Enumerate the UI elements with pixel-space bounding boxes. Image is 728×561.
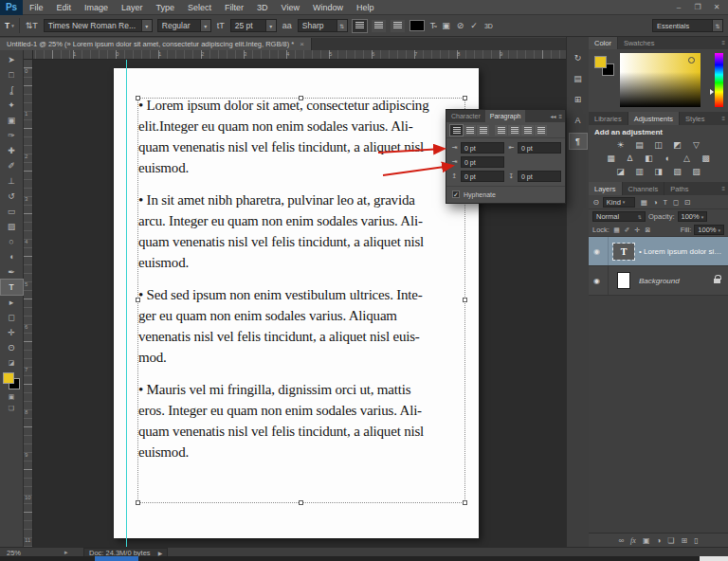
move-tool[interactable]: ➤ xyxy=(1,52,23,67)
font-size-select[interactable]: 25 pt ▾ xyxy=(230,19,277,32)
align-left-button[interactable] xyxy=(450,125,463,136)
new-layer-icon[interactable]: ⊞ xyxy=(681,536,687,545)
lock-pixels-icon[interactable]: ✐ xyxy=(623,226,631,234)
link-layers-icon[interactable]: ∞ xyxy=(618,536,624,545)
new-group-icon[interactable]: ❏ xyxy=(667,536,674,545)
background-layer-thumbnail[interactable] xyxy=(617,272,630,289)
brush-tool[interactable]: ✐ xyxy=(1,158,23,173)
collapse-panel-icon[interactable]: ◂◂ xyxy=(550,113,555,119)
layer-row-text[interactable]: ◉ T • Lorem ipsum dolor sit am... xyxy=(589,237,728,266)
gradient-tool[interactable]: ▨ xyxy=(1,219,23,234)
tool-preset-picker[interactable]: T ▾ xyxy=(5,21,14,30)
tab-libraries[interactable]: Libraries xyxy=(589,112,628,125)
status-flyout-icon[interactable]: ▸ xyxy=(64,549,68,556)
preview-panel-icon[interactable]: ▤ xyxy=(570,71,587,86)
chevron-down-icon[interactable]: ▾ xyxy=(201,19,211,32)
text-orientation-icon[interactable]: ⇅T xyxy=(25,21,39,30)
tab-color[interactable]: Color xyxy=(589,36,618,49)
toggle-panels-icon[interactable]: ▣ xyxy=(441,21,451,30)
warp-text-icon[interactable]: T̴ xyxy=(429,21,437,30)
path-selection-tool[interactable]: ▸ xyxy=(1,295,23,310)
color-lookup-icon[interactable]: ▩ xyxy=(700,153,713,164)
space-before-paragraph-input[interactable]: 0 pt xyxy=(461,171,504,182)
chevron-down-icon[interactable]: ▾ xyxy=(142,19,153,32)
workspace-switcher[interactable]: Essentials ⇅ xyxy=(652,19,723,32)
vertical-ruler[interactable]: 01234567891011 xyxy=(24,60,33,547)
selective-color-icon[interactable]: ▨ xyxy=(690,166,703,177)
levels-icon[interactable]: ▤ xyxy=(633,139,646,151)
hyphenate-checkbox[interactable]: ✓ xyxy=(452,190,460,198)
lock-position-icon[interactable]: ✛ xyxy=(633,226,642,234)
align-text-left-button[interactable] xyxy=(353,20,367,32)
tab-swatches[interactable]: Swatches xyxy=(618,36,661,49)
lasso-tool[interactable]: ʆ xyxy=(1,82,23,98)
tab-adjustments[interactable]: Adjustments xyxy=(628,112,680,125)
transform-handle[interactable] xyxy=(463,500,467,505)
blend-mode-select[interactable]: Normal ⇅ xyxy=(592,211,646,222)
align-right-button[interactable] xyxy=(477,125,489,136)
gradient-map-icon[interactable]: ▧ xyxy=(671,166,684,177)
channel-mixer-icon[interactable]: △ xyxy=(681,153,694,164)
3d-icon[interactable]: 3D xyxy=(483,23,494,29)
shape-layer-filter-icon[interactable]: ◻ xyxy=(672,198,680,207)
history-panel-icon[interactable]: ↻ xyxy=(570,50,587,65)
color-picker-ring[interactable] xyxy=(688,57,695,63)
cyan-guide-line[interactable] xyxy=(126,60,127,547)
panel-menu-icon[interactable]: ≡ xyxy=(721,182,728,195)
align-center-button[interactable] xyxy=(464,125,476,136)
delete-layer-icon[interactable]: ▯ xyxy=(694,536,698,545)
menu-window[interactable]: Window xyxy=(306,3,350,12)
saturation-brightness-field[interactable] xyxy=(620,53,701,107)
new-adjustment-layer-icon[interactable]: ◑ xyxy=(656,536,661,545)
horizontal-ruler[interactable]: 10123456789 xyxy=(33,50,566,60)
menu-layer[interactable]: Layer xyxy=(115,3,150,12)
spot-healing-brush-tool[interactable]: ✚ xyxy=(1,143,23,158)
foreground-color-swatch[interactable] xyxy=(594,56,607,68)
transform-handle[interactable] xyxy=(299,96,303,100)
invert-icon[interactable]: ◪ xyxy=(614,166,628,177)
history-brush-tool[interactable]: ↺ xyxy=(1,189,23,204)
anti-alias-select[interactable]: Sharp ⇅ xyxy=(298,19,348,32)
hue-slider[interactable] xyxy=(715,53,723,107)
transform-handle[interactable] xyxy=(299,500,303,505)
type-tool[interactable]: T xyxy=(1,280,23,295)
font-style-select[interactable]: Regular ▾ xyxy=(157,19,211,32)
menu-filter[interactable]: Filter xyxy=(218,3,250,12)
transform-handle[interactable] xyxy=(136,298,140,302)
indent-right-margin-input[interactable]: 0 pt xyxy=(518,142,561,154)
document-page[interactable]: • Lorem ipsum dolor sit amet, consectetu… xyxy=(114,68,479,538)
transform-handle[interactable] xyxy=(463,96,467,100)
exposure-icon[interactable]: ◩ xyxy=(671,139,684,151)
close-tab-icon[interactable]: × xyxy=(300,40,304,48)
chevron-updown-icon[interactable]: ⇅ xyxy=(713,19,723,32)
justify-last-left-button[interactable] xyxy=(495,125,507,136)
paragraph-panel-icon[interactable]: ¶ xyxy=(570,134,587,149)
menu-image[interactable]: Image xyxy=(78,3,115,12)
cancel-edits-icon[interactable]: ⊘ xyxy=(456,21,465,30)
tab-paths[interactable]: Paths xyxy=(664,182,694,195)
menu-edit[interactable]: Edit xyxy=(50,3,79,12)
brightness-contrast-icon[interactable]: ☀ xyxy=(614,139,628,151)
quick-mask-icon[interactable]: ▣ xyxy=(9,393,15,401)
layer-filter-select[interactable]: Kind ▾ xyxy=(603,197,635,208)
commit-edits-icon[interactable]: ✓ xyxy=(469,21,479,30)
quick-selection-tool[interactable]: ✦ xyxy=(1,98,23,113)
indent-first-line-input[interactable]: 0 pt xyxy=(461,156,504,168)
vibrance-icon[interactable]: ▽ xyxy=(690,139,703,151)
justify-last-center-button[interactable] xyxy=(508,125,520,136)
color-balance-icon[interactable]: ∆ xyxy=(624,153,637,164)
tab-layers[interactable]: Layers xyxy=(589,182,623,195)
eraser-tool[interactable]: ▭ xyxy=(1,204,23,219)
lock-all-icon[interactable]: ⊠ xyxy=(644,226,652,234)
dodge-tool[interactable]: ◖ xyxy=(1,249,23,264)
smart-object-filter-icon[interactable]: ⊡ xyxy=(683,198,691,207)
document-tab[interactable]: Untitled-1 @ 25% (» Lorem ipsum dolor si… xyxy=(0,38,312,50)
panel-menu-icon[interactable]: ≡ xyxy=(721,112,728,125)
font-family-select[interactable]: Times New Roman Re... ▾ xyxy=(44,19,153,32)
space-after-paragraph-input[interactable]: 0 pt xyxy=(518,171,561,182)
layer-name[interactable]: • Lorem ipsum dolor sit am... xyxy=(639,247,723,256)
zoom-tool[interactable]: ʘ xyxy=(1,340,23,355)
transform-handle[interactable] xyxy=(463,298,467,302)
rectangular-marquee-tool[interactable]: □ xyxy=(1,67,23,82)
tab-styles[interactable]: Styles xyxy=(680,112,710,125)
